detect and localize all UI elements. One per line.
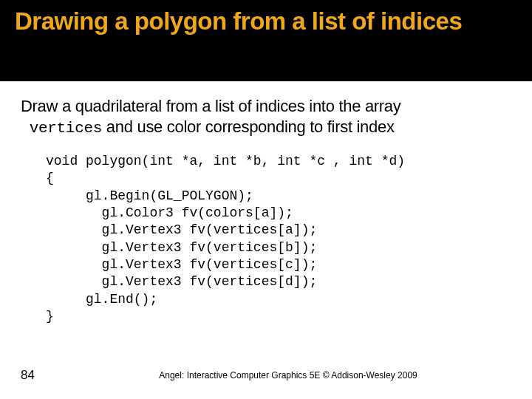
body-text-2: and use color corresponding to first ind…	[102, 117, 395, 136]
slide-title: Drawing a polygon from a list of indices	[15, 7, 517, 35]
body-text-1: Draw a quadrilateral from a list of indi…	[21, 97, 401, 115]
code-word-vertices: vertices	[30, 120, 102, 137]
copyright-text: Angel: Interactive Computer Graphics 5E …	[65, 370, 511, 381]
body-paragraph: Draw a quadrilateral from a list of indi…	[21, 96, 511, 138]
title-bar: Drawing a polygon from a list of indices	[0, 0, 532, 81]
footer: 84 Angel: Interactive Computer Graphics …	[0, 368, 532, 383]
code-block: void polygon(int *a, int *b, int *c , in…	[46, 153, 511, 326]
body-area: Draw a quadrilateral from a list of indi…	[0, 81, 532, 326]
